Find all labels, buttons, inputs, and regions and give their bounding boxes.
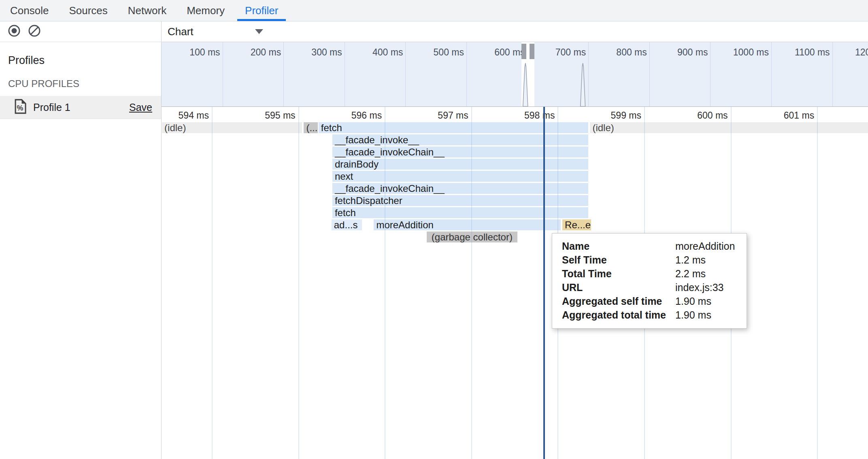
flame-bar[interactable]: fetch bbox=[332, 207, 588, 218]
tooltip-row: URLindex.js:33 bbox=[562, 280, 737, 294]
cpu-profiles-section-heading: CPU PROFILES bbox=[8, 78, 161, 89]
flame-bar[interactable]: Re...e bbox=[562, 219, 591, 230]
overview-tick-label: 400 ms bbox=[334, 47, 403, 58]
flame-ruler-label: 597 ms bbox=[400, 110, 468, 121]
flame-bar[interactable]: ad...s bbox=[332, 219, 362, 230]
flame-ruler-label: 595 ms bbox=[227, 110, 296, 121]
flame-gridline bbox=[385, 107, 385, 459]
flame-bar[interactable]: (idle) bbox=[590, 122, 868, 133]
overview-tick-label: 300 ms bbox=[273, 47, 342, 58]
tooltip-label: Aggregated total time bbox=[562, 308, 675, 322]
flame-bar[interactable]: __facade_invoke__ bbox=[332, 134, 588, 145]
svg-text:%: % bbox=[17, 104, 23, 112]
flame-ruler-label: 596 ms bbox=[313, 110, 382, 121]
tooltip-row: NamemoreAddition bbox=[562, 239, 737, 253]
tooltip-label: Total Time bbox=[562, 267, 675, 280]
chart-toolbar: Chart bbox=[162, 21, 868, 42]
flame-bar[interactable]: (... bbox=[304, 122, 317, 133]
playhead-marker bbox=[543, 107, 545, 459]
flame-bar[interactable]: (garbage collector) bbox=[427, 232, 517, 242]
flame-bar[interactable]: (idle) bbox=[162, 122, 302, 133]
overview-tick-label: 1000 ms bbox=[700, 47, 769, 58]
tooltip-label: Self Time bbox=[562, 253, 675, 267]
flame-bar[interactable]: moreAddition bbox=[374, 219, 560, 230]
tooltip-value: index.js:33 bbox=[675, 280, 724, 294]
tab-bar: ConsoleSourcesNetworkMemoryProfiler bbox=[0, 0, 868, 21]
profile-document-icon: % bbox=[14, 99, 27, 116]
tooltip-value: 1.90 ms bbox=[675, 308, 711, 322]
flame-bar[interactable]: fetch bbox=[319, 122, 588, 133]
tooltip-value: moreAddition bbox=[675, 239, 735, 253]
profiles-heading: Profiles bbox=[8, 54, 161, 67]
tooltip-label: Name bbox=[562, 239, 675, 253]
flame-ruler-label: 601 ms bbox=[745, 110, 814, 121]
flame-ruler-label: 594 ms bbox=[162, 110, 209, 121]
tooltip: NamemoreAdditionSelf Time1.2 msTotal Tim… bbox=[552, 233, 747, 329]
record-icon bbox=[8, 24, 21, 39]
profile-name: Profile 1 bbox=[33, 102, 129, 113]
flame-gridline bbox=[471, 107, 472, 459]
devtools-window: ConsoleSourcesNetworkMemoryProfiler bbox=[0, 0, 868, 459]
sidebar: Profiles CPU PROFILES % Profile 1 Save bbox=[0, 21, 162, 459]
tooltip-row: Aggregated total time1.90 ms bbox=[562, 308, 737, 322]
overview-tick-label: 800 ms bbox=[578, 47, 647, 58]
flame-gridline bbox=[298, 107, 299, 459]
tooltip-row: Total Time2.2 ms bbox=[562, 267, 737, 280]
flame-bar[interactable]: next bbox=[332, 171, 588, 182]
tab-profiler[interactable]: Profiler bbox=[235, 0, 288, 21]
flame-ruler-label: 600 ms bbox=[659, 110, 728, 121]
flame-bar[interactable]: fetchDispatcher bbox=[332, 195, 588, 206]
tab-console[interactable]: Console bbox=[0, 0, 59, 21]
profiler-toolbar bbox=[0, 21, 161, 42]
tooltip-label: Aggregated self time bbox=[562, 294, 675, 308]
flame-ruler-label: 599 ms bbox=[572, 110, 641, 121]
tab-sources[interactable]: Sources bbox=[59, 0, 117, 21]
save-profile-link[interactable]: Save bbox=[129, 102, 152, 113]
overview-tick-label: 900 ms bbox=[639, 47, 708, 58]
sidebar-item-profile-1[interactable]: % Profile 1 Save bbox=[0, 96, 161, 119]
tooltip-value: 1.2 ms bbox=[675, 253, 706, 267]
flame-chart[interactable]: 594 ms595 ms596 ms597 ms598 ms599 ms600 … bbox=[162, 107, 868, 459]
selection-handle-left[interactable] bbox=[521, 44, 526, 59]
selection-handle-right[interactable] bbox=[530, 44, 534, 59]
flame-gridline bbox=[212, 107, 213, 459]
overview-tick-label: 500 ms bbox=[395, 47, 464, 58]
tab-memory[interactable]: Memory bbox=[177, 0, 235, 21]
clear-icon bbox=[28, 24, 41, 39]
tooltip-row: Self Time1.2 ms bbox=[562, 253, 737, 267]
overview-tick-label: 600 ms bbox=[456, 47, 525, 58]
view-mode-dropdown[interactable]: Chart bbox=[168, 26, 263, 38]
flame-bar[interactable]: __facade_invokeChain__ bbox=[332, 147, 588, 157]
tooltip-value: 1.90 ms bbox=[675, 294, 711, 308]
overview-tick-label: 1200 ms bbox=[822, 47, 868, 58]
overview-tick-label: 100 ms bbox=[162, 47, 220, 58]
view-mode-value: Chart bbox=[168, 26, 194, 38]
tab-network[interactable]: Network bbox=[118, 0, 177, 21]
flame-gridline bbox=[817, 107, 818, 459]
overview-tick-label: 1100 ms bbox=[761, 47, 830, 58]
clear-button[interactable] bbox=[28, 25, 41, 38]
tooltip-value: 2.2 ms bbox=[675, 267, 706, 280]
flame-bar[interactable]: __facade_invokeChain__ bbox=[332, 183, 588, 194]
record-button[interactable] bbox=[7, 25, 21, 38]
chevron-down-icon bbox=[255, 29, 263, 34]
flame-bar[interactable]: drainBody bbox=[332, 159, 588, 170]
overview-track[interactable]: 100 ms200 ms300 ms400 ms500 ms600 ms700 … bbox=[162, 42, 868, 107]
overview-tick-label: 200 ms bbox=[212, 47, 281, 58]
tooltip-label: URL bbox=[562, 280, 675, 294]
tooltip-row: Aggregated self time1.90 ms bbox=[562, 294, 737, 308]
